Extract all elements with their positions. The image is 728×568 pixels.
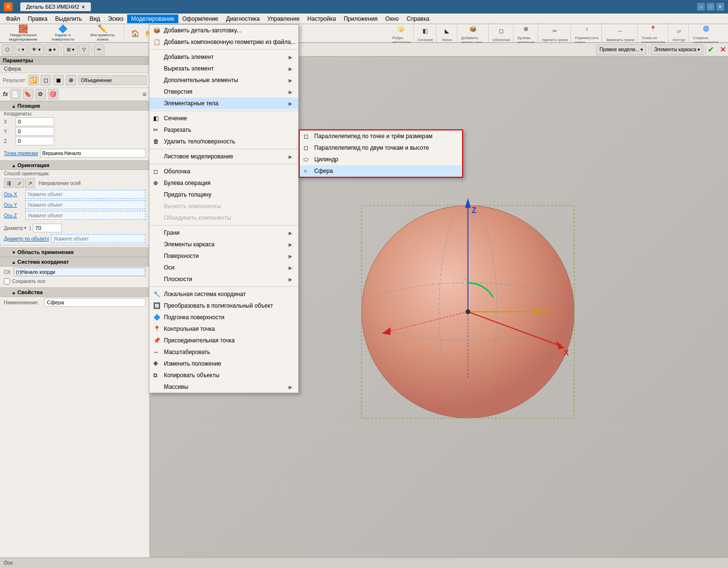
- submenu-box-3pts[interactable]: ◻ Параллелепипед по точке и трём размера…: [300, 130, 462, 142]
- maximize-btn[interactable]: □: [707, 3, 714, 11]
- save-checkbox[interactable]: [4, 278, 10, 284]
- tab-close-btn[interactable]: ✕: [81, 4, 85, 10]
- active-tab[interactable]: Деталь БЕЗ ИМЕНИ2 ✕: [20, 2, 91, 11]
- menu-item-remove-body[interactable]: 🗑 Удалить тело/поверхность: [149, 136, 298, 147]
- orient-btn2[interactable]: ⤢: [15, 178, 24, 188]
- menu-item-copy-objects[interactable]: ⧉ Копировать объекты: [149, 369, 298, 381]
- submenu-box-2pts[interactable]: ◻ Параллелепипед по двум точкам и высоте: [300, 142, 462, 154]
- icon-btn3[interactable]: ◼: [53, 75, 64, 85]
- menu-item-add-layout[interactable]: 📋 Добавить компоновочную геометрию из фа…: [149, 36, 298, 48]
- rib-btn[interactable]: 🔱: [394, 22, 408, 36]
- diam-obj-input[interactable]: [51, 234, 146, 243]
- coord-z-input[interactable]: [15, 137, 54, 145]
- menu-item-boolean[interactable]: ⊕ Булева операция: [149, 177, 298, 189]
- menu-view[interactable]: Вид: [86, 14, 104, 23]
- menu-item-extra[interactable]: Дополнительные элементы ▶: [149, 74, 298, 86]
- axis-z-label[interactable]: Ось Z: [4, 213, 23, 218]
- del-face-btn[interactable]: ✂: [548, 24, 562, 38]
- menu-item-thickness[interactable]: Придать толщину: [149, 189, 298, 200]
- vt-cube-btn[interactable]: ⬡: [2, 44, 13, 55]
- menu-icon[interactable]: ≡: [143, 90, 146, 98]
- menu-edit[interactable]: Правка: [24, 14, 52, 23]
- menu-sketch[interactable]: Эскиз: [104, 14, 127, 23]
- spiral-btn[interactable]: 🌀: [699, 22, 713, 36]
- cancel-cross[interactable]: ✕: [720, 45, 726, 54]
- menu-item-add-element[interactable]: Добавить элемент ▶: [149, 51, 298, 63]
- vt-eye-btn[interactable]: 👁 ▾: [29, 44, 44, 55]
- toolbar-btn-sketch-tools[interactable]: ✏️ Инструментыэскиза: [83, 23, 122, 43]
- vt-wireframe-btn[interactable]: Элементы каркаса ▾: [651, 44, 703, 55]
- point-coord-btn[interactable]: 📍: [646, 22, 660, 36]
- menu-item-cut[interactable]: ✂ Разрезать: [149, 124, 298, 136]
- anchor-label[interactable]: Точка привязки: [4, 151, 38, 156]
- fx-btn1[interactable]: 📄: [10, 89, 21, 99]
- toolbar-btn-solidmodel[interactable]: 🧱 Твердотельноемоделирование: [4, 23, 43, 43]
- shell-btn[interactable]: ◻: [495, 24, 508, 38]
- boolean-btn[interactable]: ⊕: [519, 22, 533, 36]
- menu-item-cut-element[interactable]: Вырезать элемент ▶: [149, 63, 298, 74]
- vt-sphere-btn[interactable]: ○ ▾: [14, 44, 28, 55]
- submenu-cylinder[interactable]: ⬭ Цилиндр: [300, 154, 462, 165]
- vt-mode-btn[interactable]: Прямое модели... ▾: [596, 44, 646, 55]
- menu-item-surfaces[interactable]: Поверхности ▶: [149, 250, 298, 262]
- move-face-btn[interactable]: ↕: [580, 22, 594, 36]
- menu-item-axes[interactable]: Оси ▶: [149, 262, 298, 273]
- coord-y-input[interactable]: [15, 127, 54, 136]
- menu-item-arrays[interactable]: Массивы ▶: [149, 381, 298, 393]
- icon-btn2[interactable]: ◻: [41, 75, 51, 85]
- axis-y-input[interactable]: [25, 200, 146, 209]
- name-input[interactable]: [44, 298, 146, 307]
- orient-btn1[interactable]: ⇶: [4, 178, 14, 188]
- submenu-sphere[interactable]: ○ Сфера: [300, 165, 462, 177]
- home-btn[interactable]: 🏠: [128, 27, 142, 40]
- menu-modeling[interactable]: Моделирование: [127, 14, 178, 23]
- fx-btn2[interactable]: 🔖: [23, 89, 33, 99]
- menu-item-control-point[interactable]: 📍 Контрольная точка: [149, 323, 298, 335]
- menu-item-sheet[interactable]: Листовое моделирование ▶: [149, 151, 298, 162]
- menu-item-planes[interactable]: Плоскости ▶: [149, 273, 298, 285]
- toolbar-btn-wireframe[interactable]: 🔷 Каркас иповерхности: [44, 23, 82, 43]
- menu-item-section[interactable]: ◧ Сечение: [149, 113, 298, 124]
- section-btn[interactable]: ◧: [419, 24, 432, 38]
- diam-obj-label[interactable]: Диаметр по объекту: [4, 236, 49, 241]
- diam-dropdown-icon[interactable]: ▾: [24, 226, 27, 230]
- taper-btn[interactable]: ◣: [440, 24, 454, 38]
- replace-face-btn[interactable]: ↔: [613, 24, 627, 38]
- menu-item-local-coord[interactable]: 🔧 Локальная система координат: [149, 288, 298, 300]
- axis-y-label[interactable]: Ось Y: [4, 202, 23, 208]
- contour-btn[interactable]: ▱: [672, 24, 685, 38]
- axis-x-label[interactable]: Ось X: [4, 192, 23, 197]
- vt-render-btn[interactable]: ◈ ▾: [45, 44, 59, 55]
- axis-z-input[interactable]: [25, 211, 146, 220]
- menu-item-add-blank[interactable]: 📦 Добавить деталь-заготовку...: [149, 25, 298, 36]
- menu-item-to-polygon[interactable]: 🔲 Преобразовать в полигональный объект: [149, 300, 298, 312]
- menu-diagnostics[interactable]: Диагностика: [222, 14, 264, 23]
- vt-pencil-btn[interactable]: ✏: [94, 44, 104, 55]
- menu-item-scale[interactable]: ↔ Масштабировать: [149, 346, 298, 358]
- menu-item-wireframe2[interactable]: Элементы каркаса ▶: [149, 239, 298, 250]
- vt-filter-btn[interactable]: ▽: [79, 44, 89, 55]
- vt-grid-btn[interactable]: ⊞ ▾: [63, 44, 78, 55]
- menu-design[interactable]: Оформление: [178, 14, 222, 23]
- fx-btn3[interactable]: ⚙: [35, 89, 46, 99]
- menu-file[interactable]: Файл: [2, 14, 24, 23]
- coord-x-input[interactable]: [15, 117, 54, 126]
- menu-item-fit-surface[interactable]: 🔷 Подгонка поверхности: [149, 312, 298, 323]
- menu-item-move[interactable]: ✥ Изменить положение: [149, 358, 298, 369]
- fx-btn4[interactable]: 🎯: [48, 89, 58, 99]
- menu-item-primitives[interactable]: Элементарные тела ▶: [149, 98, 298, 109]
- diam-input[interactable]: [33, 224, 62, 232]
- menu-item-faces[interactable]: Грани ▶: [149, 227, 298, 239]
- minimize-btn[interactable]: ─: [697, 3, 705, 11]
- add-part-btn[interactable]: 📦: [466, 22, 480, 36]
- ok-check[interactable]: ✔: [708, 45, 714, 54]
- menu-select[interactable]: Выделить: [51, 14, 86, 23]
- axis-x-input[interactable]: [25, 190, 146, 199]
- menu-item-holes[interactable]: Отверстия ▶: [149, 86, 298, 98]
- icon-btn1[interactable]: 🔁: [28, 75, 39, 85]
- orient-btn3[interactable]: ↗: [25, 178, 35, 188]
- icon-btn4[interactable]: ⊕: [66, 75, 76, 85]
- menu-item-attach-point[interactable]: 📌 Присоединительная точка: [149, 335, 298, 346]
- close-btn[interactable]: ✕: [716, 3, 724, 11]
- menu-item-shell[interactable]: ◻ Оболочка: [149, 166, 298, 177]
